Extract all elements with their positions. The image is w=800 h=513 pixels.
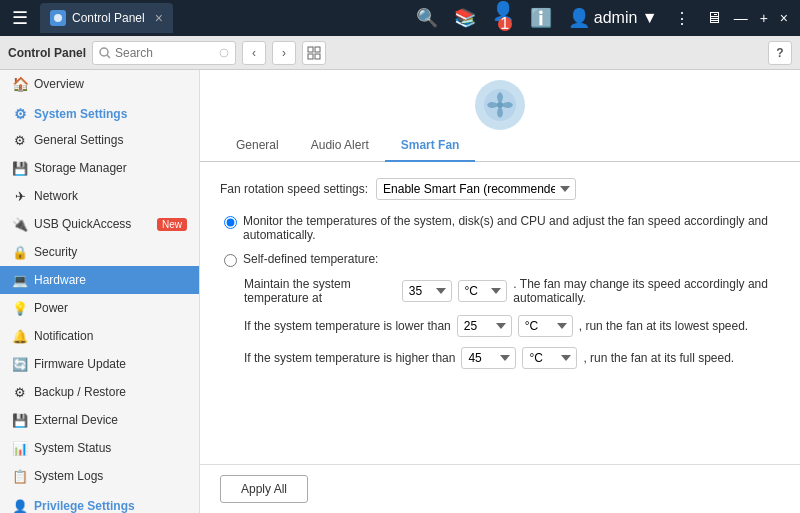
privilege-settings-icon: 👤	[12, 498, 28, 513]
fan-rotation-label: Fan rotation speed settings:	[220, 182, 368, 196]
self-defined-section: Maintain the system temperature at 35 30…	[244, 277, 780, 369]
sidebar-item-usb-quickaccess[interactable]: 🔌 USB QuickAccess New	[0, 210, 199, 238]
system-status-icon: 📊	[12, 440, 28, 456]
system-logs-icon: 📋	[12, 468, 28, 484]
minimize-button[interactable]: —	[730, 8, 752, 28]
svg-rect-7	[315, 54, 320, 59]
top-bar: ☰ Control Panel × 🔍 📚 👤 1 ℹ️ 👤 admin ▼ ⋮…	[0, 0, 800, 36]
svg-point-3	[220, 49, 228, 57]
backup-restore-label: Backup / Restore	[34, 385, 187, 399]
grid-view-button[interactable]	[302, 41, 326, 65]
sidebar-item-privilege-settings[interactable]: 👤 Privilege Settings	[0, 490, 199, 513]
maintain-unit-select[interactable]: °C °F	[458, 280, 508, 302]
tab-audio-alert[interactable]: Audio Alert	[295, 130, 385, 162]
firmware-update-label: Firmware Update	[34, 357, 187, 371]
higher-temp-label: If the system temperature is higher than	[244, 351, 455, 365]
search-icon[interactable]: 🔍	[416, 7, 438, 29]
system-status-label: System Status	[34, 441, 187, 455]
usb-quickaccess-icon: 🔌	[12, 216, 28, 232]
user-avatar-icon: 👤	[568, 7, 590, 29]
stack-icon[interactable]: 📚	[454, 7, 476, 29]
sidebar-item-system-status[interactable]: 📊 System Status	[0, 434, 199, 462]
network-icon: ✈	[12, 188, 28, 204]
notification-label: Notification	[34, 329, 187, 343]
close-button[interactable]: ×	[776, 8, 792, 28]
user-menu[interactable]: 👤 admin ▼	[568, 7, 658, 29]
sidebar-item-security[interactable]: 🔒 Security	[0, 238, 199, 266]
radio-monitor-input[interactable]	[224, 216, 237, 229]
search-input[interactable]	[115, 46, 215, 60]
back-button[interactable]: ‹	[242, 41, 266, 65]
svg-line-2	[107, 55, 110, 58]
hamburger-icon[interactable]: ☰	[8, 3, 32, 33]
sidebar-item-overview[interactable]: 🏠 Overview	[0, 70, 199, 98]
higher-temp-select[interactable]: 45 40 50	[461, 347, 516, 369]
external-device-label: External Device	[34, 413, 187, 427]
maintain-temp-row: Maintain the system temperature at 35 30…	[244, 277, 780, 305]
overview-icon: 🏠	[12, 76, 28, 92]
search-box-icon	[99, 47, 111, 59]
network-label: Network	[34, 189, 187, 203]
user-label: admin ▼	[594, 9, 658, 27]
sidebar-item-firmware-update[interactable]: 🔄 Firmware Update	[0, 350, 199, 378]
tabs: General Audio Alert Smart Fan	[200, 130, 800, 162]
sidebar-item-hardware[interactable]: 💻 Hardware	[0, 266, 199, 294]
maintain-temp-select[interactable]: 35 30 40 45	[402, 280, 452, 302]
sidebar-item-external-device[interactable]: 💾 External Device	[0, 406, 199, 434]
svg-point-1	[100, 48, 108, 56]
radio-self-defined-input[interactable]	[224, 254, 237, 267]
external-device-icon: 💾	[12, 412, 28, 428]
search-box[interactable]	[92, 41, 236, 65]
sidebar-overview-label: Overview	[34, 77, 187, 91]
control-panel-tab[interactable]: Control Panel ×	[40, 3, 173, 33]
tab-close-button[interactable]: ×	[155, 10, 163, 26]
fan-rotation-row: Fan rotation speed settings: Enable Smar…	[220, 178, 780, 200]
lower-unit-select[interactable]: °C °F	[518, 315, 573, 337]
sidebar-item-power[interactable]: 💡 Power	[0, 294, 199, 322]
storage-icon[interactable]: 🖥	[706, 9, 722, 27]
lower-temp-note: , run the fan at its lowest speed.	[579, 319, 748, 333]
sidebar-item-storage-manager[interactable]: 💾 Storage Manager	[0, 154, 199, 182]
more-options-icon[interactable]: ⋮	[674, 9, 690, 28]
svg-rect-6	[308, 54, 313, 59]
fan-rotation-select[interactable]: Enable Smart Fan (recommended) Quiet mod…	[376, 178, 576, 200]
lower-temp-label: If the system temperature is lower than	[244, 319, 451, 333]
sidebar-item-backup-restore[interactable]: ⚙ Backup / Restore	[0, 378, 199, 406]
sidebar-item-notification[interactable]: 🔔 Notification	[0, 322, 199, 350]
notification-icon-wrapper[interactable]: 👤 1	[492, 0, 514, 36]
bottom-bar: Apply All	[200, 464, 800, 513]
tab-smart-fan[interactable]: Smart Fan	[385, 130, 476, 162]
notification-menu-icon: 🔔	[12, 328, 28, 344]
svg-rect-5	[315, 47, 320, 52]
tab-title: Control Panel	[72, 11, 145, 25]
fan-icon	[475, 80, 525, 130]
notification-badge: 1	[498, 17, 512, 31]
maximize-button[interactable]: +	[756, 8, 772, 28]
sidebar-item-system-logs[interactable]: 📋 System Logs	[0, 462, 199, 490]
tab-general[interactable]: General	[220, 130, 295, 162]
sidebar-item-general-settings[interactable]: ⚙ General Settings	[0, 126, 199, 154]
higher-unit-select[interactable]: °C °F	[522, 347, 577, 369]
svg-rect-4	[308, 47, 313, 52]
grid-icon	[307, 46, 321, 60]
general-settings-label: General Settings	[34, 133, 187, 147]
lower-temp-select[interactable]: 25 20 30	[457, 315, 512, 337]
top-bar-icons: 🔍 📚 👤 1 ℹ️ 👤 admin ▼ ⋮ 🖥	[416, 0, 722, 36]
info-icon[interactable]: ℹ️	[530, 7, 552, 29]
sidebar-system-settings-label: System Settings	[34, 107, 187, 121]
forward-button[interactable]: ›	[272, 41, 296, 65]
sidebar-item-network[interactable]: ✈ Network	[0, 182, 199, 210]
help-button[interactable]: ?	[768, 41, 792, 65]
maintain-label: Maintain the system temperature at	[244, 277, 396, 305]
radio-row-self-defined: Self-defined temperature:	[220, 252, 780, 267]
radio-monitor-label: Monitor the temperatures of the system, …	[243, 214, 780, 242]
usb-quickaccess-label: USB QuickAccess	[34, 217, 151, 231]
window-controls: — + ×	[730, 8, 792, 28]
hardware-label: Hardware	[34, 273, 187, 287]
right-panel: General Audio Alert Smart Fan Fan rotati…	[200, 70, 800, 513]
privilege-settings-label: Privilege Settings	[34, 499, 187, 513]
apply-all-button[interactable]: Apply All	[220, 475, 308, 503]
firmware-update-icon: 🔄	[12, 356, 28, 372]
higher-temp-row: If the system temperature is higher than…	[244, 347, 780, 369]
main-content: 🏠 Overview ⚙ System Settings ⚙ General S…	[0, 70, 800, 513]
